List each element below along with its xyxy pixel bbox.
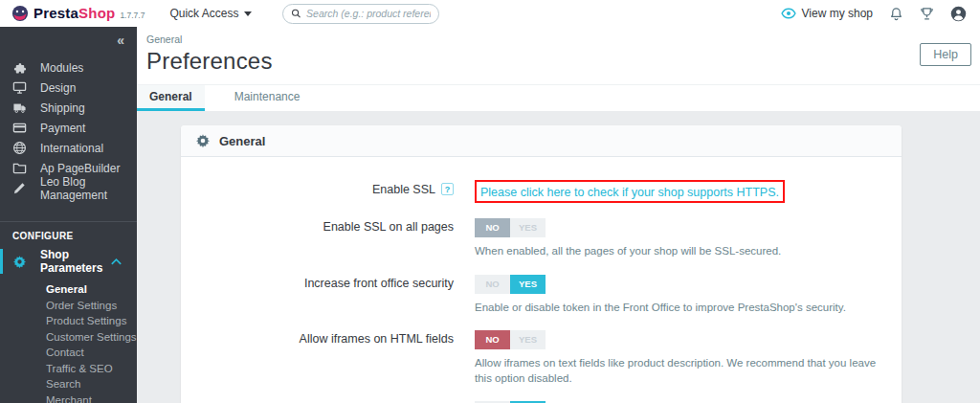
top-bar: PrestaShop 1.7.7.7 Quick Access View my … — [0, 0, 980, 27]
sidebar-item-modules[interactable]: Modules — [0, 57, 137, 78]
user-avatar-icon[interactable] — [950, 6, 967, 22]
view-my-shop-link[interactable]: View my shop — [781, 7, 873, 20]
tab-general[interactable]: General — [137, 85, 205, 111]
sidebar-item-shop-parameters[interactable]: Shop Parameters — [0, 249, 137, 274]
field-hint: Allow iframes on text fields like produc… — [475, 356, 882, 386]
front-office-security-toggle[interactable]: NO YES — [475, 275, 546, 294]
main-content: General Preferences Help General Mainten… — [137, 27, 980, 403]
sidebar-item-label: Design — [40, 81, 76, 95]
sidebar-subitem-order-settings[interactable]: Order Settings — [0, 298, 137, 314]
field-hint: Enable or disable token in the Front Off… — [475, 301, 846, 316]
sidebar-subitem-product-settings[interactable]: Product Settings — [0, 313, 137, 329]
sidebar-item-label: Payment — [40, 122, 85, 135]
topbar-actions: View my shop — [781, 6, 980, 22]
toggle-yes-option[interactable]: YES — [510, 275, 546, 294]
enable-ssl-row: Enable SSL? Please click here to check i… — [181, 180, 882, 203]
enable-ssl-all-pages-row: Enable SSL on all pages NO YES When enab… — [181, 217, 882, 259]
toggle-no-option[interactable]: NO — [475, 275, 510, 294]
quick-access-menu[interactable]: Quick Access — [169, 7, 252, 20]
allow-iframes-toggle[interactable]: NO YES — [475, 330, 546, 349]
brand-name-primary: Presta — [33, 5, 78, 21]
chevron-down-icon — [244, 11, 252, 16]
breadcrumb: General — [146, 34, 980, 45]
help-button[interactable]: Help — [920, 43, 971, 66]
sidebar: « Modules Design — [0, 27, 137, 403]
toggle-no-option[interactable]: NO — [475, 330, 510, 349]
sidebar-item-label: Ap PageBuilder — [40, 162, 120, 175]
search-input[interactable] — [306, 8, 431, 19]
pencil-icon — [12, 181, 27, 195]
page-title: Preferences — [146, 48, 980, 75]
gear-icon — [12, 255, 27, 269]
version-label: 1.7.7.7 — [120, 11, 145, 20]
sidebar-item-label: Leo Blog Management — [40, 175, 137, 202]
annotation-red-box: Please click here to check if your shop … — [475, 180, 785, 203]
trophy-icon[interactable] — [920, 7, 934, 21]
prestashop-logo-icon — [11, 5, 29, 22]
prestashop-admin-screen: PrestaShop 1.7.7.7 Quick Access View my … — [0, 0, 980, 403]
sidebar-subitem-customer-settings[interactable]: Customer Settings — [0, 329, 137, 346]
sidebar-item-international[interactable]: International — [0, 138, 137, 158]
toggle-no-option[interactable]: NO — [475, 218, 510, 237]
folder-icon — [12, 161, 27, 175]
sidebar-item-label: Modules — [40, 61, 83, 75]
sidebar-item-leo-blog-management[interactable]: Leo Blog Management — [0, 178, 137, 198]
sidebar-subitem-general[interactable]: General — [0, 281, 137, 298]
sidebar-item-payment[interactable]: Payment — [0, 118, 137, 138]
panel-title: General — [219, 134, 265, 148]
search-icon — [291, 8, 301, 19]
prestashop-logo[interactable]: PrestaShop 1.7.7.7 — [11, 5, 145, 22]
sidebar-item-label: International — [40, 142, 103, 155]
page-header: General Preferences Help — [137, 27, 980, 84]
toggle-yes-option[interactable]: YES — [510, 218, 546, 237]
gear-icon — [195, 133, 211, 148]
https-check-link[interactable]: Please click here to check if your shop … — [480, 186, 779, 199]
front-office-security-row: Increase front office security NO YES En… — [181, 274, 882, 316]
content-area: General Enable SSL? Please click here to… — [137, 111, 980, 403]
view-my-shop-label: View my shop — [802, 7, 873, 20]
enable-ssl-label: Enable SSL — [372, 183, 435, 196]
quick-access-label: Quick Access — [169, 7, 238, 20]
allow-iframes-row: Allow iframes on HTML fields NO YES Allo… — [181, 329, 882, 386]
sidebar-subitem-search[interactable]: Search — [0, 376, 137, 392]
credit-card-icon — [12, 121, 27, 135]
sidebar-item-design[interactable]: Design — [0, 78, 137, 98]
globe-icon — [12, 141, 27, 155]
monitor-icon — [12, 80, 27, 95]
sidebar-subitem-merchant-expertise[interactable]: Merchant Expertise — [0, 392, 137, 403]
chevron-up-icon — [109, 255, 123, 269]
sidebar-item-label: Shipping — [40, 101, 85, 115]
sidebar-item-label: Shop Parameters — [40, 248, 109, 275]
general-settings-form: Enable SSL? Please click here to check i… — [181, 157, 902, 403]
brand-name-secondary: Shop — [78, 5, 115, 21]
eye-icon — [781, 7, 796, 20]
configure-section-header: CONFIGURE — [0, 222, 137, 249]
sidebar-subitem-contact[interactable]: Contact — [0, 345, 137, 361]
help-question-icon[interactable]: ? — [441, 183, 454, 195]
notifications-bell-icon[interactable] — [889, 7, 903, 21]
sidebar-subitem-traffic-seo[interactable]: Traffic & SEO — [0, 361, 137, 377]
truck-icon — [12, 101, 27, 115]
search-bar — [282, 4, 439, 24]
collapse-sidebar-icon[interactable]: « — [117, 33, 123, 48]
tab-bar: General Maintenance — [137, 84, 980, 111]
shop-parameters-submenu: General Order Settings Product Settings … — [0, 281, 137, 403]
sidebar-item-shipping[interactable]: Shipping — [0, 98, 137, 118]
tab-maintenance[interactable]: Maintenance — [222, 85, 313, 111]
field-label: Allow iframes on HTML fields — [181, 329, 454, 386]
field-hint: When enabled, all the pages of your shop… — [475, 244, 781, 259]
ssl-all-pages-toggle[interactable]: NO YES — [475, 218, 546, 237]
panel-header: General — [181, 125, 902, 157]
general-settings-panel: General Enable SSL? Please click here to… — [181, 125, 902, 403]
sidebar-nav: Modules Design Shipping — [0, 57, 137, 198]
field-label: Enable SSL on all pages — [181, 217, 454, 259]
field-label: Enable SSL? — [181, 180, 454, 203]
toggle-yes-option[interactable]: YES — [510, 330, 546, 349]
puzzle-icon — [12, 60, 27, 75]
field-label: Increase front office security — [181, 274, 454, 316]
